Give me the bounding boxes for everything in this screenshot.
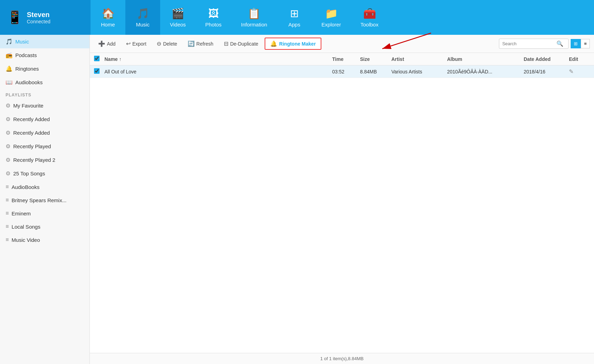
photos-icon: 🖼 bbox=[208, 8, 219, 19]
table-row: All Out of Love 03:52 8.84MB Various Art… bbox=[90, 65, 594, 78]
select-all-checkbox[interactable] bbox=[94, 56, 100, 61]
sidebar-item-local-songs[interactable]: ≡ Local Songs bbox=[0, 220, 89, 233]
sidebar-item-recently-played-2[interactable]: ⚙ Recently Played 2 bbox=[0, 153, 89, 167]
nav-item-apps[interactable]: ⊞ Apps bbox=[277, 0, 312, 35]
add-icon: ➕ bbox=[98, 40, 105, 47]
list-view-button[interactable]: ≡ bbox=[581, 39, 590, 48]
playlists-label: PLAYLISTS bbox=[0, 89, 89, 99]
sidebar-item-audiobooks[interactable]: 📖 Audiobooks bbox=[0, 76, 89, 89]
sidebar-item-25-top-songs[interactable]: ⚙ 25 Top Songs bbox=[0, 167, 89, 180]
device-text: Steven Connected bbox=[27, 11, 50, 24]
export-icon: ↩ bbox=[126, 40, 131, 47]
gear-icon-4: ⚙ bbox=[6, 143, 10, 150]
nav-item-toolbox[interactable]: 🧰 Toolbox bbox=[351, 0, 388, 35]
ringtone-icon: 🔔 bbox=[270, 40, 277, 47]
sidebar-item-music[interactable]: 🎵 Music bbox=[0, 35, 89, 48]
sidebar-label-music: Music bbox=[15, 39, 29, 45]
sidebar-label-audiobooks-pl: AudioBooks bbox=[11, 184, 39, 190]
bell-icon: 🔔 bbox=[6, 65, 13, 72]
home-icon: 🏠 bbox=[102, 7, 115, 19]
toolbar: ➕ Add ↩ Export ⊖ Delete 🔄 Refresh ⊟ D bbox=[90, 35, 594, 53]
nav-item-information[interactable]: 📋 Information bbox=[231, 0, 277, 35]
content-area: ➕ Add ↩ Export ⊖ Delete 🔄 Refresh ⊟ D bbox=[90, 35, 594, 364]
delete-icon: ⊖ bbox=[157, 40, 161, 47]
refresh-button[interactable]: 🔄 Refresh bbox=[183, 38, 218, 49]
ringtone-label: Ringtone Maker bbox=[279, 41, 316, 47]
col-size: Size bbox=[360, 56, 391, 62]
top-nav: 📱 Steven Connected 🏠 Home 🎵 Music 🎬 Vide… bbox=[0, 0, 594, 35]
toolbox-icon: 🧰 bbox=[363, 7, 376, 19]
toolbar-wrapper: ➕ Add ↩ Export ⊖ Delete 🔄 Refresh ⊟ D bbox=[90, 35, 594, 53]
sidebar-item-recently-added-2[interactable]: ⚙ Recently Added bbox=[0, 126, 89, 140]
search-input[interactable] bbox=[502, 41, 554, 46]
row-size: 8.84MB bbox=[360, 69, 391, 74]
sidebar-item-recently-played-1[interactable]: ⚙ Recently Played bbox=[0, 140, 89, 153]
nav-label-videos: Videos bbox=[170, 22, 186, 27]
sidebar-label-recently-added-2: Recently Added bbox=[13, 130, 50, 136]
col-edit: Edit bbox=[569, 56, 590, 62]
row-album: 2010Ãé9ÔÂÀ·ÀÄD... bbox=[447, 69, 524, 74]
row-artist: Various Artists bbox=[391, 69, 447, 74]
nav-label-toolbox: Toolbox bbox=[360, 22, 378, 27]
col-artist: Artist bbox=[391, 56, 447, 62]
sidebar-label-podcasts: Podcasts bbox=[15, 52, 37, 58]
book-icon: 📖 bbox=[6, 79, 13, 86]
sidebar-item-ringtones[interactable]: 🔔 Ringtones bbox=[0, 62, 89, 76]
music-list-icon-4: ≡ bbox=[6, 223, 9, 230]
sidebar-item-recently-added-1[interactable]: ⚙ Recently Added bbox=[0, 112, 89, 126]
nav-item-music[interactable]: 🎵 Music bbox=[125, 0, 160, 35]
row-date-added: 2018/4/16 bbox=[524, 69, 569, 74]
row-time: 03:52 bbox=[332, 69, 360, 74]
status-text: 1 of 1 item(s),8.84MB bbox=[320, 356, 364, 361]
sidebar-label-britney: Britney Spears Remix... bbox=[11, 197, 67, 203]
delete-label: Delete bbox=[163, 41, 177, 47]
nav-items: 🏠 Home 🎵 Music 🎬 Videos 🖼 Photos 📋 Infor… bbox=[91, 0, 594, 35]
export-button[interactable]: ↩ Export bbox=[122, 38, 150, 49]
grid-view-button[interactable]: ⊞ bbox=[571, 39, 581, 48]
device-name: Steven bbox=[27, 11, 50, 19]
nav-item-photos[interactable]: 🖼 Photos bbox=[196, 0, 232, 35]
nav-item-explorer[interactable]: 📁 Explorer bbox=[312, 0, 351, 35]
device-info: 📱 Steven Connected bbox=[0, 0, 91, 35]
sidebar-item-music-video[interactable]: ≡ Music Video bbox=[0, 233, 89, 246]
row-checkbox[interactable] bbox=[94, 68, 100, 74]
ringtone-maker-button[interactable]: 🔔 Ringtone Maker bbox=[265, 38, 321, 50]
col-name: Name ↑ bbox=[104, 56, 332, 62]
nav-label-information: Information bbox=[241, 22, 267, 27]
row-name: All Out of Love bbox=[104, 69, 332, 74]
nav-label-music: Music bbox=[136, 22, 149, 27]
sidebar-label-my-favourite: My Favourite bbox=[13, 103, 44, 109]
sidebar-label-music-video: Music Video bbox=[11, 237, 40, 243]
nav-item-videos[interactable]: 🎬 Videos bbox=[160, 0, 196, 35]
sidebar-item-my-favourite[interactable]: ⚙ My Favourite bbox=[0, 99, 89, 112]
sidebar-label-recently-added-1: Recently Added bbox=[13, 116, 50, 122]
gear-icon-2: ⚙ bbox=[6, 116, 10, 122]
sidebar-item-audiobooks-pl[interactable]: ≡ AudioBooks bbox=[0, 180, 89, 193]
device-status: Connected bbox=[27, 19, 50, 24]
sidebar-label-eminem: Eminem bbox=[11, 211, 31, 216]
col-date-added: Date Added bbox=[524, 56, 569, 62]
nav-item-home[interactable]: 🏠 Home bbox=[91, 0, 125, 35]
gear-icon-5: ⚙ bbox=[6, 157, 10, 163]
delete-button[interactable]: ⊖ Delete bbox=[153, 38, 181, 49]
music-icon: 🎵 bbox=[136, 7, 149, 19]
col-checkbox bbox=[94, 56, 104, 62]
deduplicate-button[interactable]: ⊟ De-Duplicate bbox=[220, 38, 263, 49]
explorer-icon: 📁 bbox=[325, 7, 338, 19]
sidebar-label-local-songs: Local Songs bbox=[11, 224, 40, 230]
row-edit-button[interactable]: ✎ bbox=[569, 68, 590, 75]
deduplicate-icon: ⊟ bbox=[224, 40, 228, 47]
sidebar-item-eminem[interactable]: ≡ Eminem bbox=[0, 207, 89, 220]
sidebar-item-podcasts[interactable]: 📻 Podcasts bbox=[0, 48, 89, 62]
sidebar-label-ringtones: Ringtones bbox=[15, 66, 39, 72]
refresh-label: Refresh bbox=[196, 41, 213, 47]
refresh-icon: 🔄 bbox=[188, 40, 195, 47]
main-layout: 🎵 Music 📻 Podcasts 🔔 Ringtones 📖 Audiobo… bbox=[0, 35, 594, 364]
nav-label-explorer: Explorer bbox=[321, 22, 341, 27]
gear-icon-6: ⚙ bbox=[6, 170, 10, 177]
videos-icon: 🎬 bbox=[171, 7, 184, 19]
sidebar-item-britney[interactable]: ≡ Britney Spears Remix... bbox=[0, 193, 89, 207]
music-note-icon: 🎵 bbox=[6, 38, 13, 45]
add-button[interactable]: ➕ Add bbox=[94, 38, 120, 49]
search-box: 🔍 bbox=[499, 39, 569, 49]
